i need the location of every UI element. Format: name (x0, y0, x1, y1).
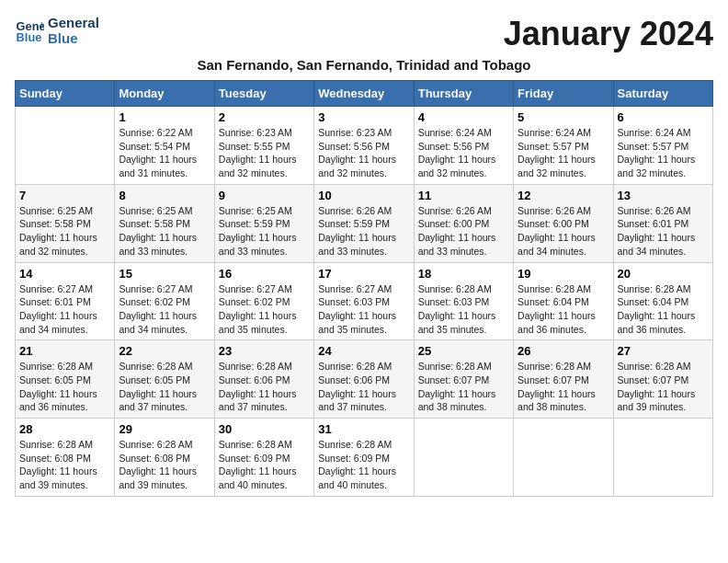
day-number: 11 (418, 189, 509, 202)
day-cell: 26Sunrise: 6:28 AMSunset: 6:07 PMDayligh… (514, 340, 613, 419)
day-detail: Sunrise: 6:28 AMSunset: 6:07 PMDaylight:… (418, 360, 509, 414)
day-cell: 18Sunrise: 6:28 AMSunset: 6:03 PMDayligh… (414, 262, 513, 340)
day-detail: Sunrise: 6:27 AMSunset: 6:02 PMDaylight:… (119, 282, 210, 337)
day-number: 27 (618, 344, 709, 358)
week-row-5: 28Sunrise: 6:28 AMSunset: 6:08 PMDayligh… (16, 419, 713, 497)
day-cell: 11Sunrise: 6:26 AMSunset: 6:00 PMDayligh… (414, 184, 513, 262)
day-cell: 22Sunrise: 6:28 AMSunset: 6:05 PMDayligh… (115, 340, 214, 419)
day-detail: Sunrise: 6:24 AMSunset: 5:57 PMDaylight:… (618, 126, 709, 180)
day-detail: Sunrise: 6:25 AMSunset: 5:58 PMDaylight:… (119, 204, 210, 259)
header-thursday: Thursday (414, 81, 513, 107)
day-number: 14 (19, 267, 110, 281)
calendar-header-row: SundayMondayTuesdayWednesdayThursdayFrid… (16, 81, 713, 107)
day-cell: 7Sunrise: 6:25 AMSunset: 5:58 PMDaylight… (16, 184, 115, 262)
day-detail: Sunrise: 6:27 AMSunset: 6:03 PMDaylight:… (318, 282, 409, 337)
day-number: 30 (219, 422, 310, 436)
day-cell: 27Sunrise: 6:28 AMSunset: 6:07 PMDayligh… (613, 340, 712, 419)
day-number: 2 (219, 110, 310, 124)
day-cell: 14Sunrise: 6:27 AMSunset: 6:01 PMDayligh… (16, 262, 115, 340)
header-sunday: Sunday (16, 81, 115, 107)
logo-icon: General Blue (15, 16, 44, 45)
day-cell: 29Sunrise: 6:28 AMSunset: 6:08 PMDayligh… (115, 419, 214, 497)
day-number: 26 (518, 344, 609, 358)
day-detail: Sunrise: 6:26 AMSunset: 6:01 PMDaylight:… (618, 204, 709, 259)
day-cell: 25Sunrise: 6:28 AMSunset: 6:07 PMDayligh… (414, 340, 513, 419)
day-number: 24 (318, 344, 409, 358)
calendar-title: January 2024 (504, 15, 713, 53)
day-number: 3 (318, 110, 409, 124)
day-cell: 3Sunrise: 6:23 AMSunset: 5:56 PMDaylight… (314, 107, 414, 185)
day-cell: 16Sunrise: 6:27 AMSunset: 6:02 PMDayligh… (214, 262, 313, 340)
day-cell: 12Sunrise: 6:26 AMSunset: 6:00 PMDayligh… (514, 184, 613, 262)
day-cell: 9Sunrise: 6:25 AMSunset: 5:59 PMDaylight… (214, 184, 313, 262)
day-number: 5 (518, 110, 609, 124)
day-cell: 6Sunrise: 6:24 AMSunset: 5:57 PMDaylight… (613, 107, 712, 185)
day-number: 16 (219, 267, 310, 281)
day-detail: Sunrise: 6:28 AMSunset: 6:08 PMDaylight:… (119, 438, 210, 492)
logo: General Blue General Blue (15, 15, 99, 46)
day-number: 18 (418, 267, 509, 281)
calendar-subtitle: San Fernando, San Fernando, Trinidad and… (15, 57, 713, 73)
day-number: 29 (119, 422, 210, 436)
day-detail: Sunrise: 6:28 AMSunset: 6:08 PMDaylight:… (19, 438, 110, 492)
day-cell: 17Sunrise: 6:27 AMSunset: 6:03 PMDayligh… (314, 262, 414, 340)
day-number: 10 (318, 189, 409, 202)
header-tuesday: Tuesday (214, 81, 313, 107)
day-cell: 30Sunrise: 6:28 AMSunset: 6:09 PMDayligh… (214, 419, 313, 497)
day-cell: 1Sunrise: 6:22 AMSunset: 5:54 PMDaylight… (115, 107, 214, 185)
day-number: 19 (518, 267, 609, 281)
day-detail: Sunrise: 6:24 AMSunset: 5:56 PMDaylight:… (418, 126, 509, 180)
day-cell: 15Sunrise: 6:27 AMSunset: 6:02 PMDayligh… (115, 262, 214, 340)
day-detail: Sunrise: 6:25 AMSunset: 5:58 PMDaylight:… (19, 204, 110, 259)
header-wednesday: Wednesday (314, 81, 414, 107)
page-header: General Blue General Blue January 2024 (15, 15, 713, 53)
day-number: 23 (219, 344, 310, 358)
day-detail: Sunrise: 6:26 AMSunset: 6:00 PMDaylight:… (418, 204, 509, 259)
day-detail: Sunrise: 6:28 AMSunset: 6:09 PMDaylight:… (219, 438, 310, 492)
day-number: 9 (219, 189, 310, 202)
day-cell (414, 419, 513, 497)
day-number: 4 (418, 110, 509, 124)
day-cell: 28Sunrise: 6:28 AMSunset: 6:08 PMDayligh… (16, 419, 115, 497)
day-cell: 21Sunrise: 6:28 AMSunset: 6:05 PMDayligh… (16, 340, 115, 419)
calendar-table: SundayMondayTuesdayWednesdayThursdayFrid… (15, 80, 713, 497)
day-cell: 8Sunrise: 6:25 AMSunset: 5:58 PMDaylight… (115, 184, 214, 262)
day-number: 31 (318, 422, 409, 436)
header-friday: Friday (514, 81, 613, 107)
day-number: 20 (618, 267, 709, 281)
day-detail: Sunrise: 6:28 AMSunset: 6:09 PMDaylight:… (318, 438, 409, 492)
header-monday: Monday (115, 81, 214, 107)
day-detail: Sunrise: 6:27 AMSunset: 6:02 PMDaylight:… (219, 282, 310, 337)
day-detail: Sunrise: 6:28 AMSunset: 6:06 PMDaylight:… (219, 360, 310, 414)
day-detail: Sunrise: 6:26 AMSunset: 6:00 PMDaylight:… (518, 204, 609, 259)
logo-line1: General (48, 15, 99, 30)
week-row-2: 7Sunrise: 6:25 AMSunset: 5:58 PMDaylight… (16, 184, 713, 262)
day-number: 21 (19, 344, 110, 358)
day-cell: 24Sunrise: 6:28 AMSunset: 6:06 PMDayligh… (314, 340, 414, 419)
header-saturday: Saturday (613, 81, 712, 107)
day-number: 22 (119, 344, 210, 358)
day-cell (613, 419, 712, 497)
day-number: 6 (618, 110, 709, 124)
day-number: 17 (318, 267, 409, 281)
day-cell: 23Sunrise: 6:28 AMSunset: 6:06 PMDayligh… (214, 340, 313, 419)
week-row-4: 21Sunrise: 6:28 AMSunset: 6:05 PMDayligh… (16, 340, 713, 419)
day-detail: Sunrise: 6:25 AMSunset: 5:59 PMDaylight:… (219, 204, 310, 259)
day-cell: 2Sunrise: 6:23 AMSunset: 5:55 PMDaylight… (214, 107, 313, 185)
day-detail: Sunrise: 6:22 AMSunset: 5:54 PMDaylight:… (119, 126, 210, 180)
day-detail: Sunrise: 6:28 AMSunset: 6:07 PMDaylight:… (518, 360, 609, 414)
week-row-3: 14Sunrise: 6:27 AMSunset: 6:01 PMDayligh… (16, 262, 713, 340)
day-detail: Sunrise: 6:28 AMSunset: 6:04 PMDaylight:… (618, 282, 709, 337)
day-number: 28 (19, 422, 110, 436)
day-number: 15 (119, 267, 210, 281)
day-detail: Sunrise: 6:28 AMSunset: 6:05 PMDaylight:… (119, 360, 210, 414)
day-detail: Sunrise: 6:26 AMSunset: 5:59 PMDaylight:… (318, 204, 409, 259)
day-number: 12 (518, 189, 609, 202)
day-cell (514, 419, 613, 497)
day-detail: Sunrise: 6:24 AMSunset: 5:57 PMDaylight:… (518, 126, 609, 180)
day-detail: Sunrise: 6:23 AMSunset: 5:56 PMDaylight:… (318, 126, 409, 180)
day-cell: 13Sunrise: 6:26 AMSunset: 6:01 PMDayligh… (613, 184, 712, 262)
day-cell: 31Sunrise: 6:28 AMSunset: 6:09 PMDayligh… (314, 419, 414, 497)
day-cell: 5Sunrise: 6:24 AMSunset: 5:57 PMDaylight… (514, 107, 613, 185)
day-cell: 10Sunrise: 6:26 AMSunset: 5:59 PMDayligh… (314, 184, 414, 262)
